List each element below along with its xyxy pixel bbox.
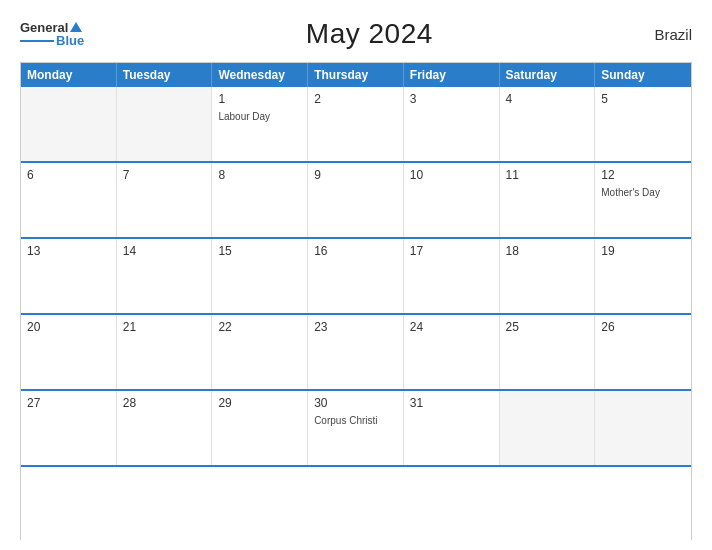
cal-header-sunday: Sunday bbox=[595, 63, 691, 87]
cal-cell: 14 bbox=[117, 239, 213, 313]
country-label: Brazil bbox=[654, 26, 692, 43]
logo-triangle-icon bbox=[70, 22, 82, 32]
cal-cell: 22 bbox=[212, 315, 308, 389]
cal-week-3: 13141516171819 bbox=[21, 239, 691, 315]
cal-cell: 4 bbox=[500, 87, 596, 161]
day-number: 7 bbox=[123, 168, 206, 182]
logo: General Blue bbox=[20, 21, 84, 47]
day-number: 20 bbox=[27, 320, 110, 334]
day-number: 21 bbox=[123, 320, 206, 334]
logo-line bbox=[20, 40, 54, 42]
day-number: 19 bbox=[601, 244, 685, 258]
cal-cell: 21 bbox=[117, 315, 213, 389]
day-number: 28 bbox=[123, 396, 206, 410]
day-number: 4 bbox=[506, 92, 589, 106]
day-number: 3 bbox=[410, 92, 493, 106]
day-number: 6 bbox=[27, 168, 110, 182]
calendar-body: 1Labour Day23456789101112Mother's Day131… bbox=[21, 87, 691, 467]
cal-cell: 24 bbox=[404, 315, 500, 389]
day-number: 18 bbox=[506, 244, 589, 258]
cal-week-2: 6789101112Mother's Day bbox=[21, 163, 691, 239]
cal-cell bbox=[595, 391, 691, 465]
cal-cell: 2 bbox=[308, 87, 404, 161]
cal-week-1: 1Labour Day2345 bbox=[21, 87, 691, 163]
day-number: 29 bbox=[218, 396, 301, 410]
calendar-page: General Blue May 2024 Brazil MondayTuesd… bbox=[0, 0, 712, 550]
day-number: 13 bbox=[27, 244, 110, 258]
day-number: 27 bbox=[27, 396, 110, 410]
cal-cell: 28 bbox=[117, 391, 213, 465]
cal-cell: 1Labour Day bbox=[212, 87, 308, 161]
cal-cell: 30Corpus Christi bbox=[308, 391, 404, 465]
day-number: 2 bbox=[314, 92, 397, 106]
cal-cell: 16 bbox=[308, 239, 404, 313]
day-number: 14 bbox=[123, 244, 206, 258]
cal-header-monday: Monday bbox=[21, 63, 117, 87]
day-event: Mother's Day bbox=[601, 187, 660, 198]
cal-cell bbox=[21, 87, 117, 161]
cal-cell: 29 bbox=[212, 391, 308, 465]
day-number: 9 bbox=[314, 168, 397, 182]
cal-cell: 18 bbox=[500, 239, 596, 313]
cal-cell: 8 bbox=[212, 163, 308, 237]
cal-cell: 9 bbox=[308, 163, 404, 237]
calendar-header: MondayTuesdayWednesdayThursdayFridaySatu… bbox=[21, 63, 691, 87]
cal-cell: 20 bbox=[21, 315, 117, 389]
day-number: 1 bbox=[218, 92, 301, 106]
day-number: 22 bbox=[218, 320, 301, 334]
cal-cell: 13 bbox=[21, 239, 117, 313]
cal-cell: 10 bbox=[404, 163, 500, 237]
day-number: 25 bbox=[506, 320, 589, 334]
cal-header-thursday: Thursday bbox=[308, 63, 404, 87]
cal-cell: 26 bbox=[595, 315, 691, 389]
cal-week-5: 27282930Corpus Christi31 bbox=[21, 391, 691, 467]
day-number: 23 bbox=[314, 320, 397, 334]
cal-week-4: 20212223242526 bbox=[21, 315, 691, 391]
cal-header-friday: Friday bbox=[404, 63, 500, 87]
cal-header-saturday: Saturday bbox=[500, 63, 596, 87]
day-number: 26 bbox=[601, 320, 685, 334]
day-number: 31 bbox=[410, 396, 493, 410]
cal-cell: 31 bbox=[404, 391, 500, 465]
cal-cell: 11 bbox=[500, 163, 596, 237]
cal-cell: 19 bbox=[595, 239, 691, 313]
day-event: Corpus Christi bbox=[314, 415, 377, 426]
cal-cell bbox=[117, 87, 213, 161]
day-number: 30 bbox=[314, 396, 397, 410]
month-title: May 2024 bbox=[306, 18, 433, 50]
cal-header-tuesday: Tuesday bbox=[117, 63, 213, 87]
day-number: 10 bbox=[410, 168, 493, 182]
cal-header-wednesday: Wednesday bbox=[212, 63, 308, 87]
cal-cell: 7 bbox=[117, 163, 213, 237]
cal-cell: 27 bbox=[21, 391, 117, 465]
cal-cell: 12Mother's Day bbox=[595, 163, 691, 237]
header: General Blue May 2024 Brazil bbox=[20, 18, 692, 50]
cal-cell: 17 bbox=[404, 239, 500, 313]
day-number: 11 bbox=[506, 168, 589, 182]
logo-blue: Blue bbox=[56, 34, 84, 47]
cal-cell bbox=[500, 391, 596, 465]
cal-cell: 23 bbox=[308, 315, 404, 389]
cal-cell: 25 bbox=[500, 315, 596, 389]
calendar-grid: MondayTuesdayWednesdayThursdayFridaySatu… bbox=[20, 62, 692, 540]
day-event: Labour Day bbox=[218, 111, 270, 122]
day-number: 17 bbox=[410, 244, 493, 258]
cal-cell: 6 bbox=[21, 163, 117, 237]
day-number: 15 bbox=[218, 244, 301, 258]
day-number: 5 bbox=[601, 92, 685, 106]
cal-cell: 3 bbox=[404, 87, 500, 161]
day-number: 8 bbox=[218, 168, 301, 182]
cal-cell: 5 bbox=[595, 87, 691, 161]
day-number: 16 bbox=[314, 244, 397, 258]
day-number: 12 bbox=[601, 168, 685, 182]
cal-cell: 15 bbox=[212, 239, 308, 313]
day-number: 24 bbox=[410, 320, 493, 334]
